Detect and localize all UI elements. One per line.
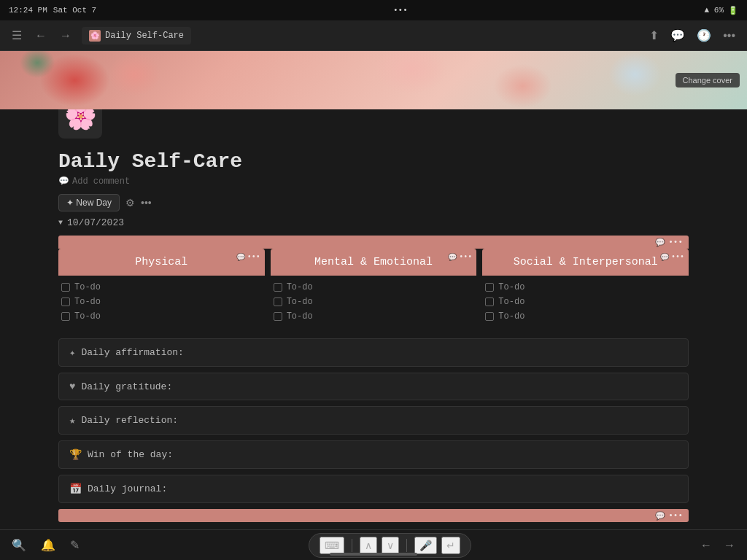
mental-comment-icon[interactable]: 💬 [448,253,457,262]
bottom-left-icons: 🔍 🔔 ✎ [12,538,80,552]
social-checkbox-1[interactable] [485,283,494,292]
scroll-down-button[interactable]: ∨ [382,537,399,554]
add-comment[interactable]: 💬 Add comment [58,176,689,187]
reflection-icon: ★ [69,414,75,427]
mental-checkbox-2[interactable] [274,298,282,306]
toolbar-more-icon[interactable]: ••• [141,197,152,209]
physical-checkbox-1[interactable] [61,283,70,292]
column-title-physical: Physical [135,256,187,268]
affirmation-label: Daily affirmation: [81,347,183,358]
mental-checkbox-1[interactable] [274,283,282,292]
physical-todo-2[interactable]: To-do [58,295,265,309]
browser-action-buttons: ⬆ 💬 🕐 ••• [646,26,738,45]
history-button[interactable]: 🕐 [694,26,714,45]
mental-todo-label-2: To-do [287,297,313,307]
physical-todo-3[interactable]: To-do [58,309,265,324]
social-checkbox-3[interactable] [485,312,494,321]
top-pink-bar: 💬 ••• [58,236,689,249]
bottom-pink-bar: 💬 ••• [58,509,689,522]
main-content: Daily Self-Care 💬 Add comment ✦ New Day … [0,139,747,522]
keyboard-toggle[interactable]: ⌨ [320,537,344,554]
column-social: Social & Interpersonal 💬 ••• To-do To-do [482,249,689,328]
collapse-icon[interactable]: ▼ [58,219,63,227]
tab-favicon: 🌸 [89,30,101,42]
column-header-physical: Physical 💬 ••• [58,249,265,276]
search-button[interactable]: 🔍 [12,538,26,552]
forward-button[interactable]: → [57,26,74,45]
hamburger-menu[interactable]: ☰ [9,26,25,45]
nav-forward-button[interactable]: → [724,539,735,552]
back-button[interactable]: ← [32,26,50,45]
bottom-toolbar: 🔍 🔔 ✎ ⌨ ∧ ∨ 🎤 ↵ ← → [0,529,747,560]
page-title: Daily Self-Care [58,150,689,173]
page-toolbar: ✦ New Day ⚙ ••• [58,194,689,211]
scroll-up-button[interactable]: ∧ [360,537,377,554]
social-todo-3[interactable]: To-do [482,309,689,324]
browser-tab[interactable]: 🌸 Daily Self-Care [82,27,191,44]
physical-todo-label-3: To-do [74,311,101,322]
bar-more-icon[interactable]: ••• [668,238,683,246]
more-button[interactable]: ••• [720,26,738,45]
top-bar-actions: 💬 ••• [655,238,683,247]
microphone-button[interactable]: 🎤 [414,537,437,554]
mental-items: To-do To-do To-do [271,276,477,328]
mental-todo-label-3: To-do [287,311,313,322]
bar-comment-icon[interactable]: 💬 [655,238,665,247]
social-todo-2[interactable]: To-do [482,295,689,309]
mental-header-actions: 💬 ••• [448,253,472,262]
social-todo-1[interactable]: To-do [482,280,689,295]
physical-todo-label-2: To-do [74,297,101,307]
mental-todo-3[interactable]: To-do [271,309,477,324]
divider-2 [406,539,407,552]
time: 12:24 PM [9,6,47,15]
win-section[interactable]: 🏆 Win of the day: [58,440,689,469]
comment-button[interactable]: 💬 [667,26,688,45]
affirmation-section[interactable]: ✦ Daily affirmation: [58,338,689,367]
social-more-icon[interactable]: ••• [671,253,684,262]
mental-todo-2[interactable]: To-do [271,295,477,309]
physical-header-actions: 💬 ••• [236,253,260,262]
bottom-bar-more-icon[interactable]: ••• [668,511,683,520]
reflection-section[interactable]: ★ Daily reflection: [58,406,689,435]
journal-label: Daily journal: [88,483,167,494]
physical-checkbox-3[interactable] [61,312,70,321]
reflection-label: Daily reflection: [81,415,178,426]
social-comment-icon[interactable]: 💬 [660,253,669,262]
notifications-button[interactable]: 🔔 [41,538,55,552]
nav-back-button[interactable]: ← [700,539,712,552]
gratitude-section[interactable]: ♥ Daily gratitude: [58,373,689,400]
social-items: To-do To-do To-do [482,276,689,328]
journal-section[interactable]: 📅 Daily journal: [58,475,689,503]
social-todo-label-1: To-do [498,282,525,292]
mental-todo-1[interactable]: To-do [271,280,477,295]
return-button[interactable]: ↵ [441,537,460,554]
social-checkbox-2[interactable] [485,298,494,306]
cover-image: Change cover [0,51,747,109]
change-cover-button[interactable]: Change cover [676,73,740,88]
column-title-social: Social & Interpersonal [514,256,658,268]
new-day-button[interactable]: ✦ New Day [58,194,120,211]
physical-checkbox-2[interactable] [61,298,70,306]
win-icon: 🏆 [69,448,82,461]
column-mental-emotional: Mental & Emotional 💬 ••• To-do To-do To [271,249,477,328]
journal-icon: 📅 [69,483,82,495]
physical-todo-1[interactable]: To-do [58,280,265,295]
settings-icon[interactable]: ⚙ [125,197,135,209]
column-title-mental: Mental & Emotional [314,256,433,268]
wifi-icon: ▲ 6% [705,6,724,15]
social-header-actions: 💬 ••• [660,253,684,262]
physical-comment-icon[interactable]: 💬 [236,253,245,262]
column-header-mental: Mental & Emotional 💬 ••• [271,249,477,276]
new-page-button[interactable]: ✎ [70,538,80,552]
bottom-right-icons: ← → [700,539,735,552]
status-bar: 12:24 PM Sat Oct 7 ••• ▲ 6% 🔋 [0,0,747,20]
add-comment-label: Add comment [72,176,130,187]
cover-floral-decoration [0,51,747,109]
divider-1 [352,539,352,552]
mental-checkbox-3[interactable] [274,312,282,321]
bottom-bar-comment-icon[interactable]: 💬 [655,511,665,521]
physical-more-icon[interactable]: ••• [247,253,260,262]
share-button[interactable]: ⬆ [646,26,662,45]
browser-chrome: ☰ ← → 🌸 Daily Self-Care ⬆ 💬 🕐 ••• [0,20,747,51]
mental-more-icon[interactable]: ••• [459,253,472,262]
